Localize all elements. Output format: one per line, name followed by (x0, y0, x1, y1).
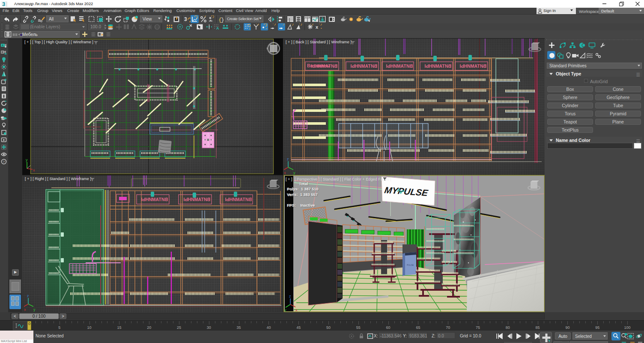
svg-text:x: x (24, 307, 26, 312)
svg-text:z: z (27, 294, 29, 298)
svg-text:y: y (33, 307, 36, 312)
svg-text:x: x (284, 171, 286, 175)
svg-text:z: z (287, 157, 289, 161)
svg-text:PULSE: PULSE (407, 264, 414, 266)
svg-text:3: 3 (2, 1, 5, 7)
svg-text:x: x (33, 168, 35, 172)
svg-text:y: y (26, 158, 28, 162)
svg-text:}: } (221, 17, 224, 23)
svg-text:x: x (316, 24, 319, 30)
svg-text:?: ? (3, 160, 5, 164)
svg-text:3: 3 (184, 16, 187, 22)
svg-text:A: A (216, 26, 219, 30)
svg-text:z: z (289, 294, 291, 298)
svg-text:y: y (293, 171, 295, 175)
